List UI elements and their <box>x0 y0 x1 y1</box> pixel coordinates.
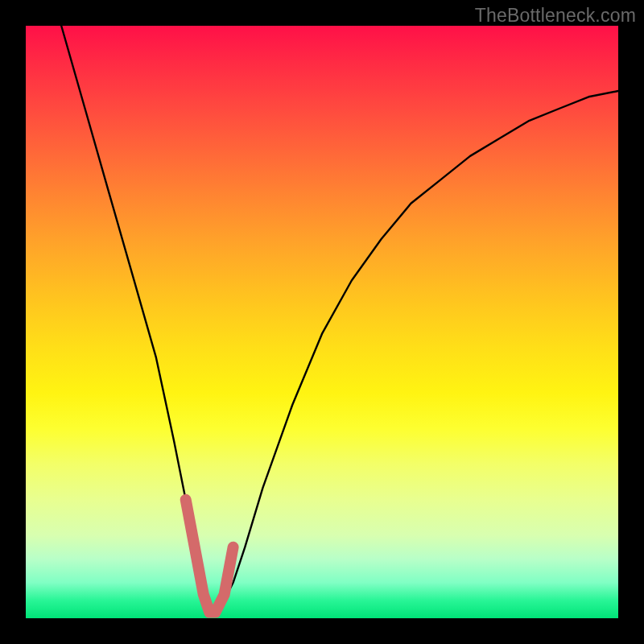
optimal-range-marker <box>186 500 233 613</box>
watermark-text: TheBottleneck.com <box>475 5 636 27</box>
chart-frame: TheBottleneck.com <box>0 0 644 644</box>
bottleneck-curve <box>61 26 618 613</box>
curve-layer <box>26 26 618 618</box>
plot-area <box>26 26 618 618</box>
